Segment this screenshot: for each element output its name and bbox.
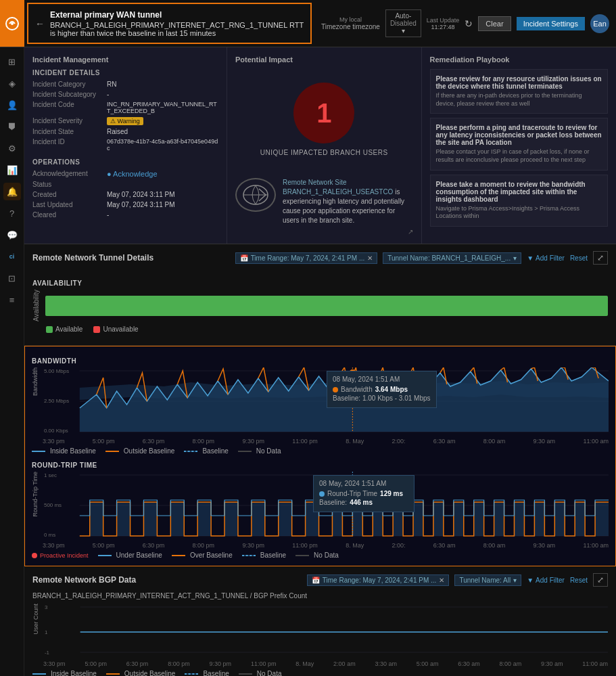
- legend-unavailable: Unavailable: [93, 325, 138, 333]
- legend-baseline-rtt: Baseline: [242, 551, 286, 559]
- bgp-filter-icon: ▼: [527, 577, 534, 584]
- expand-button[interactable]: ⤢: [593, 251, 608, 265]
- playbook-item-3-desc: Navigate to Prisma Access>Insights > Pri…: [436, 205, 602, 221]
- sidebar-icon-chart[interactable]: 📊: [3, 161, 21, 179]
- detail-label-subcategory: Incident Subcategory: [32, 91, 107, 98]
- acknowledge-link[interactable]: ● Acknowledge: [107, 170, 158, 178]
- nodata-line-rtt: [295, 555, 309, 556]
- svg-point-1: [11, 22, 14, 25]
- svg-text:500 ms: 500 ms: [44, 502, 62, 508]
- avatar[interactable]: Ean: [590, 14, 609, 33]
- svg-text:1: 1: [45, 629, 48, 635]
- rtt-title: ROUND-TRIP TIME: [32, 461, 609, 469]
- bgp-time-range-badge[interactable]: 📅 Time Range: May 7, 2024, 2:41 PM ... ✕: [307, 574, 450, 586]
- bgp-expand-button[interactable]: ⤢: [593, 573, 608, 587]
- legend-nodata-bgp: No Data: [239, 670, 282, 676]
- reset-button[interactable]: Reset: [570, 254, 588, 262]
- detail-value-subcategory: -: [107, 91, 109, 98]
- baseline-line-bw: [184, 451, 197, 452]
- impact-number-circle: 1: [293, 83, 354, 143]
- bgp-y-label: User Count: [32, 604, 39, 635]
- rtt-legend: Proactive Incident Under Baseline Over B…: [32, 551, 609, 559]
- detail-label-status: Status: [32, 181, 107, 188]
- detail-label-cleared: Cleared: [32, 211, 107, 219]
- availability-chart-row: Availability: [32, 290, 608, 321]
- sidebar-icon-users[interactable]: 👤: [3, 96, 21, 114]
- playbook-item-2[interactable]: Please perform a ping and traceroute to …: [430, 118, 609, 170]
- playbook-item-1[interactable]: Please review for any resource utilizati…: [430, 69, 609, 114]
- sidebar-icon-list[interactable]: ≡: [3, 291, 21, 309]
- sidebar-icon-help[interactable]: ?: [3, 204, 21, 222]
- svg-text:3: 3: [45, 604, 48, 610]
- add-filter-button[interactable]: ▼ Add Filter: [527, 254, 565, 262]
- svg-text:1 sec: 1 sec: [44, 472, 57, 478]
- site-icon: [235, 178, 276, 212]
- available-dot: [46, 326, 53, 333]
- bgp-tunnel-name-text: Tunnel Name: All: [459, 577, 511, 584]
- legend-nodata-rtt: No Data: [295, 551, 339, 559]
- time-range-badge[interactable]: 📅 Time Range: May 7, 2024, 2:41 PM ... ✕: [235, 252, 378, 264]
- sidebar-icon-shield[interactable]: ⛊: [3, 118, 21, 135]
- legend-nodata-bw: No Data: [238, 447, 281, 455]
- site-description: Remote Network Site BRANCH_1_RALEIGH_USE…: [283, 178, 413, 225]
- detail-row-code: Incident Code INC_RN_PRIMARY_WAN_TUNNEL_…: [32, 101, 218, 114]
- detail-label-severity: Incident Severity: [32, 117, 107, 125]
- availability-section: AVAILABILITY Availability Available Unav…: [32, 270, 608, 338]
- header-right: My local Timezone timezone Auto- Disable…: [314, 0, 616, 47]
- incident-details-header: INCIDENT DETAILS: [32, 69, 218, 76]
- bandwidth-rtt-section: BANDWIDTH Bandwidth 5.00 Mbps 2.50 Mbps …: [24, 346, 616, 566]
- unavailable-label: Unavailable: [103, 325, 138, 333]
- incident-settings-button[interactable]: Incident Settings: [517, 17, 585, 30]
- bgp-reset-button[interactable]: Reset: [570, 577, 588, 584]
- impact-number: 1: [316, 98, 331, 129]
- detail-label-state: Incident State: [32, 128, 107, 135]
- detail-row-category: Incident Category RN: [32, 81, 218, 88]
- sidebar-icon-network[interactable]: ◈: [3, 74, 21, 92]
- sidebar-icon-settings[interactable]: ⚙: [3, 139, 21, 157]
- sidebar-icon-home[interactable]: ⊞: [3, 53, 21, 70]
- detail-value-created: May 07, 2024 3:11 PM: [107, 191, 175, 198]
- sidebar-icon-message[interactable]: 💬: [3, 226, 21, 244]
- rtt-chart-area: Round-Trip Time 1 sec 500 ms 0 ms: [32, 472, 609, 549]
- inside-baseline-line-bw: [32, 451, 45, 452]
- bgp-tunnel-name-badge[interactable]: Tunnel Name: All ▾: [454, 574, 521, 586]
- svg-text:0.00 Kbps: 0.00 Kbps: [44, 428, 68, 434]
- clear-button[interactable]: Clear: [478, 16, 511, 31]
- refresh-icon[interactable]: ↻: [465, 18, 473, 29]
- sidebar-icon-plugin[interactable]: ⊡: [3, 269, 21, 287]
- detail-value-category: RN: [107, 81, 116, 88]
- sidebar-icon-ci[interactable]: ci: [3, 248, 21, 265]
- rtt-chart: 1 sec 500 ms 0 ms: [43, 472, 609, 549]
- svg-text:0 ms: 0 ms: [44, 532, 55, 538]
- bgp-header: Remote Network BGP Data 📅 Time Range: Ma…: [32, 573, 608, 587]
- remediation-title: Remediation Playbook: [430, 55, 609, 64]
- alert-title: BRANCH_1_RALEIGH_PRIMARY_INTERNET_ACT_RN…: [50, 21, 304, 37]
- detail-row-id: Incident ID 067d378e-41b7-4c5a-a63f-b470…: [32, 138, 218, 152]
- bgp-data-section: Remote Network BGP Data 📅 Time Range: Ma…: [24, 566, 616, 676]
- playbook-item-2-desc: Please contact your ISP in case of packe…: [436, 148, 602, 164]
- detail-row-severity: Incident Severity ⚠ Warning: [32, 117, 218, 125]
- playbook-item-1-title: Please review for any resource utilizati…: [436, 75, 602, 90]
- detail-label-code: Incident Code: [32, 101, 107, 108]
- auto-refresh-selector[interactable]: Auto- Disabled ▾: [385, 9, 421, 37]
- tunnel-filters: 📅 Time Range: May 7, 2024, 2:41 PM ... ✕…: [235, 251, 608, 265]
- over-baseline-line-rtt: [172, 555, 185, 556]
- filter-icon: ▼: [527, 254, 534, 262]
- bandwidth-x-labels: 3:30 pm 5:00 pm 6:30 pm 8:00 pm 9:30 pm …: [43, 436, 609, 445]
- legend-inside-baseline-bgp: Inside Baseline: [32, 670, 97, 676]
- playbook-item-3[interactable]: Please take a moment to review the bandw…: [430, 175, 609, 227]
- bgp-close-icon[interactable]: ✕: [439, 577, 444, 584]
- legend-baseline-bgp: Baseline: [185, 670, 229, 676]
- rtt-y-label: Round-Trip Time: [32, 472, 39, 517]
- playbook-item-3-title: Please take a moment to review the bandw…: [436, 181, 602, 203]
- tunnel-name-badge[interactable]: Tunnel Name: BRANCH_1_RALEIGH_... ▾: [383, 252, 521, 264]
- impact-center: 1 UNIQUE IMPACTED BRANCH USERS: [235, 69, 413, 170]
- sidebar-icon-alert[interactable]: 🔔: [3, 183, 21, 200]
- detail-label-category: Incident Category: [32, 81, 107, 88]
- back-button[interactable]: ←: [35, 18, 45, 29]
- bgp-chart-area: User Count 3 1 -1 3: [32, 604, 608, 667]
- bgp-add-filter-button[interactable]: ▼ Add Filter: [527, 577, 565, 584]
- close-icon[interactable]: ✕: [367, 254, 373, 262]
- tunnel-details-header: Remote Network Tunnel Details 📅 Time Ran…: [32, 251, 608, 265]
- operations-section: OPERATIONS Acknowledgement ● Acknowledge…: [32, 158, 218, 219]
